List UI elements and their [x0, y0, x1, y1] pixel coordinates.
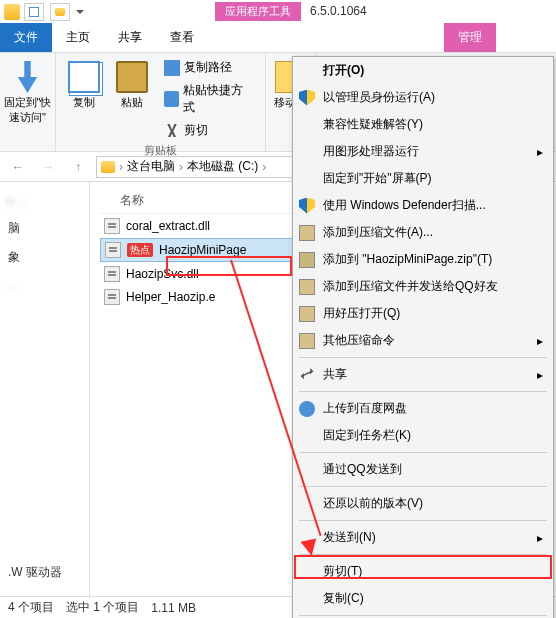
menu-item[interactable]: 兼容性疑难解答(Y): [293, 111, 553, 138]
menu-item-label: 固定到"开始"屏幕(P): [323, 170, 432, 187]
nav-item-drive[interactable]: .W 驱动器: [6, 558, 83, 587]
paste-shortcut-label: 粘贴快捷方式: [183, 82, 253, 116]
menu-item-label: 使用 Windows Defender扫描...: [323, 197, 486, 214]
menu-item[interactable]: 添加到压缩文件并发送给QQ好友: [293, 273, 553, 300]
path-icon: [164, 60, 180, 76]
menu-separator: [299, 391, 547, 392]
menu-item[interactable]: 共享▸: [293, 361, 553, 388]
crumb-this-pc[interactable]: 这台电脑: [127, 158, 175, 175]
paste-icon: [116, 61, 148, 93]
hot-badge: 热点: [127, 243, 153, 257]
cloud-icon: [299, 401, 315, 417]
menu-item[interactable]: 复制(C): [293, 585, 553, 612]
qat-dropdown-icon[interactable]: [76, 10, 84, 14]
paste-button[interactable]: 粘贴: [112, 57, 152, 141]
menu-item[interactable]: 用好压打开(Q): [293, 300, 553, 327]
context-menu: 打开(O)以管理员身份运行(A)兼容性疑难解答(Y)用图形处理器运行▸固定到"开…: [292, 56, 554, 618]
archive-icon: [299, 279, 315, 295]
file-icon: [105, 242, 121, 258]
nav-back-button[interactable]: ←: [6, 155, 30, 179]
menu-item[interactable]: 固定到"开始"屏幕(P): [293, 165, 553, 192]
folder-icon: [4, 4, 20, 20]
menu-item[interactable]: 使用 Windows Defender扫描...: [293, 192, 553, 219]
tab-share[interactable]: 共享: [104, 23, 156, 52]
menu-item-label: 还原以前的版本(V): [323, 495, 423, 512]
pin-to-quick-access-button[interactable]: 固定到"快速访问": [0, 57, 56, 129]
menu-item[interactable]: 以管理员身份运行(A): [293, 84, 553, 111]
menu-item[interactable]: 用图形处理器运行▸: [293, 138, 553, 165]
nav-item-obj[interactable]: 象: [6, 243, 83, 272]
menu-item-label: 上传到百度网盘: [323, 400, 407, 417]
qat-properties[interactable]: [24, 3, 44, 21]
menu-item-label: 剪切(T): [323, 563, 362, 580]
copy-button[interactable]: 复制: [64, 57, 104, 141]
menu-item[interactable]: 添加到 "HaozipMiniPage.zip"(T): [293, 246, 553, 273]
link-icon: [164, 91, 179, 107]
tab-file[interactable]: 文件: [0, 23, 52, 52]
context-tab-label: 应用程序工具: [215, 2, 301, 21]
chevron-right-icon: ▸: [537, 334, 543, 348]
zip-icon: [299, 252, 315, 268]
shield-icon: [299, 90, 315, 106]
menu-item-label: 其他压缩命令: [323, 332, 395, 349]
menu-separator: [299, 486, 547, 487]
shield-icon: [299, 198, 315, 214]
file-icon: [104, 289, 120, 305]
menu-item-label: 固定到任务栏(K): [323, 427, 411, 444]
cut-button[interactable]: 剪切: [160, 120, 257, 141]
menu-item[interactable]: 剪切(T): [293, 558, 553, 585]
menu-item[interactable]: 添加到压缩文件(A)...: [293, 219, 553, 246]
copy-path-button[interactable]: 复制路径: [160, 57, 257, 78]
menu-item-label: 用好压打开(Q): [323, 305, 400, 322]
share-icon: [299, 367, 315, 383]
archive-icon: [299, 225, 315, 241]
copy-path-label: 复制路径: [184, 59, 232, 76]
crumb-drive-c[interactable]: 本地磁盘 (C:): [187, 158, 258, 175]
tab-view[interactable]: 查看: [156, 23, 208, 52]
status-size: 1.11 MB: [151, 601, 196, 615]
menu-item[interactable]: 其他压缩命令▸: [293, 327, 553, 354]
menu-separator: [299, 554, 547, 555]
file-name: Helper_Haozip.e: [126, 290, 215, 304]
menu-item[interactable]: 打开(O): [293, 57, 553, 84]
menu-item[interactable]: 固定到任务栏(K): [293, 422, 553, 449]
menu-item-label: 发送到(N): [323, 529, 376, 546]
menu-item[interactable]: 还原以前的版本(V): [293, 490, 553, 517]
copy-icon: [68, 61, 100, 93]
tab-home[interactable]: 主页: [52, 23, 104, 52]
nav-up-button[interactable]: ↑: [66, 155, 90, 179]
paste-shortcut-button[interactable]: 粘贴快捷方式: [160, 80, 257, 118]
menu-item-label: 共享: [323, 366, 347, 383]
menu-item-label: 打开(O): [323, 62, 364, 79]
menu-separator: [299, 452, 547, 453]
chevron-right-icon: ›: [179, 160, 183, 174]
ribbon-tabs: 文件 主页 共享 查看 管理: [0, 24, 556, 52]
scissors-icon: [164, 123, 180, 139]
file-name: coral_extract.dll: [126, 219, 210, 233]
chevron-right-icon: ▸: [537, 145, 543, 159]
cut-label: 剪切: [184, 122, 208, 139]
chevron-right-icon: ▸: [537, 531, 543, 545]
menu-item[interactable]: 通过QQ发送到: [293, 456, 553, 483]
nav-forward-button[interactable]: →: [36, 155, 60, 179]
navigation-pane[interactable]: ▸ ... 脑 象 ... .W 驱动器: [0, 182, 90, 600]
tab-manage[interactable]: 管理: [444, 23, 496, 52]
chevron-right-icon: ›: [119, 160, 123, 174]
menu-item-label: 复制(C): [323, 590, 364, 607]
menu-separator: [299, 615, 547, 616]
chevron-right-icon: ›: [262, 160, 266, 174]
nav-item[interactable]: ▸ ...: [6, 188, 83, 214]
menu-item[interactable]: 上传到百度网盘: [293, 395, 553, 422]
copy-label: 复制: [73, 95, 95, 110]
folder-icon: [101, 161, 115, 173]
nav-item[interactable]: ...: [6, 272, 83, 298]
nav-item-pc[interactable]: 脑: [6, 214, 83, 243]
archive-icon: [299, 333, 315, 349]
menu-item[interactable]: 发送到(N)▸: [293, 524, 553, 551]
paste-label: 粘贴: [121, 95, 143, 110]
menu-item-label: 添加到压缩文件(A)...: [323, 224, 433, 241]
status-item-count: 4 个项目: [8, 599, 54, 616]
menu-item-label: 兼容性疑难解答(Y): [323, 116, 423, 133]
menu-item-label: 以管理员身份运行(A): [323, 89, 435, 106]
qat-new-folder[interactable]: [50, 3, 70, 21]
